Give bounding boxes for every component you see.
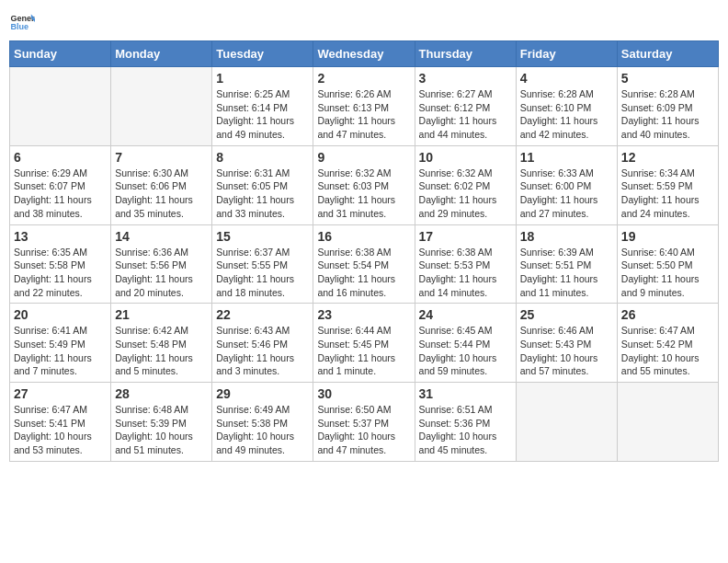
logo: General Blue <box>9 9 39 35</box>
logo-icon: General Blue <box>9 9 35 35</box>
calendar-cell: 29Sunrise: 6:49 AMSunset: 5:38 PMDayligh… <box>212 383 313 462</box>
calendar-cell: 4Sunrise: 6:28 AMSunset: 6:10 PMDaylight… <box>516 67 617 146</box>
calendar-cell: 9Sunrise: 6:32 AMSunset: 6:03 PMDaylight… <box>313 145 415 224</box>
calendar-cell: 6Sunrise: 6:29 AMSunset: 6:07 PMDaylight… <box>10 145 111 224</box>
calendar-cell: 15Sunrise: 6:37 AMSunset: 5:55 PMDayligh… <box>212 224 313 304</box>
day-of-week-header: Thursday <box>415 41 516 67</box>
calendar-header-row: SundayMondayTuesdayWednesdayThursdayFrid… <box>10 41 719 67</box>
day-number: 9 <box>317 150 410 165</box>
day-number: 24 <box>419 307 512 322</box>
day-number: 6 <box>14 150 107 165</box>
day-number: 2 <box>317 71 410 86</box>
calendar-cell: 14Sunrise: 6:36 AMSunset: 5:56 PMDayligh… <box>111 224 212 304</box>
calendar-cell: 11Sunrise: 6:33 AMSunset: 6:00 PMDayligh… <box>516 145 617 224</box>
day-number: 16 <box>317 229 410 244</box>
day-info: Sunrise: 6:27 AMSunset: 6:12 PMDaylight:… <box>419 87 512 142</box>
day-number: 22 <box>216 307 309 322</box>
calendar-cell: 20Sunrise: 6:41 AMSunset: 5:49 PMDayligh… <box>10 304 111 383</box>
day-number: 17 <box>419 229 512 244</box>
day-info: Sunrise: 6:35 AMSunset: 5:58 PMDaylight:… <box>14 246 107 300</box>
calendar-cell: 1Sunrise: 6:25 AMSunset: 6:14 PMDaylight… <box>212 67 313 146</box>
day-info: Sunrise: 6:30 AMSunset: 6:06 PMDaylight:… <box>115 167 208 221</box>
day-of-week-header: Saturday <box>617 41 718 67</box>
day-of-week-header: Wednesday <box>313 41 415 67</box>
calendar-cell: 8Sunrise: 6:31 AMSunset: 6:05 PMDaylight… <box>212 145 313 224</box>
day-number: 4 <box>520 71 613 86</box>
day-info: Sunrise: 6:45 AMSunset: 5:44 PMDaylight:… <box>419 324 512 378</box>
calendar-cell: 12Sunrise: 6:34 AMSunset: 5:59 PMDayligh… <box>617 145 718 224</box>
day-of-week-header: Sunday <box>10 41 111 67</box>
day-info: Sunrise: 6:47 AMSunset: 5:41 PMDaylight:… <box>14 403 107 457</box>
day-number: 29 <box>216 386 309 401</box>
calendar-cell: 30Sunrise: 6:50 AMSunset: 5:37 PMDayligh… <box>313 383 415 462</box>
calendar-cell: 26Sunrise: 6:47 AMSunset: 5:42 PMDayligh… <box>617 304 718 383</box>
calendar-week-row: 27Sunrise: 6:47 AMSunset: 5:41 PMDayligh… <box>10 383 719 462</box>
day-info: Sunrise: 6:44 AMSunset: 5:45 PMDaylight:… <box>317 324 410 378</box>
day-of-week-header: Tuesday <box>212 41 313 67</box>
day-number: 23 <box>317 307 410 322</box>
day-number: 27 <box>14 386 107 401</box>
calendar-cell: 27Sunrise: 6:47 AMSunset: 5:41 PMDayligh… <box>10 383 111 462</box>
day-info: Sunrise: 6:46 AMSunset: 5:43 PMDaylight:… <box>520 324 613 378</box>
svg-text:Blue: Blue <box>10 22 28 31</box>
day-of-week-header: Friday <box>516 41 617 67</box>
calendar-week-row: 1Sunrise: 6:25 AMSunset: 6:14 PMDaylight… <box>10 67 719 146</box>
day-info: Sunrise: 6:32 AMSunset: 6:02 PMDaylight:… <box>419 167 512 221</box>
day-number: 31 <box>419 386 512 401</box>
calendar-cell: 19Sunrise: 6:40 AMSunset: 5:50 PMDayligh… <box>617 224 718 304</box>
day-info: Sunrise: 6:39 AMSunset: 5:51 PMDaylight:… <box>520 246 613 300</box>
day-info: Sunrise: 6:48 AMSunset: 5:39 PMDaylight:… <box>115 403 208 457</box>
day-number: 12 <box>621 150 714 165</box>
calendar-cell: 13Sunrise: 6:35 AMSunset: 5:58 PMDayligh… <box>10 224 111 304</box>
calendar-cell: 5Sunrise: 6:28 AMSunset: 6:09 PMDaylight… <box>617 67 718 146</box>
day-number: 19 <box>621 229 714 244</box>
calendar-week-row: 13Sunrise: 6:35 AMSunset: 5:58 PMDayligh… <box>10 224 719 304</box>
calendar-week-row: 20Sunrise: 6:41 AMSunset: 5:49 PMDayligh… <box>10 304 719 383</box>
calendar-cell: 22Sunrise: 6:43 AMSunset: 5:46 PMDayligh… <box>212 304 313 383</box>
calendar-cell: 3Sunrise: 6:27 AMSunset: 6:12 PMDaylight… <box>415 67 516 146</box>
calendar-cell: 25Sunrise: 6:46 AMSunset: 5:43 PMDayligh… <box>516 304 617 383</box>
day-number: 8 <box>216 150 309 165</box>
calendar-cell: 28Sunrise: 6:48 AMSunset: 5:39 PMDayligh… <box>111 383 212 462</box>
day-number: 1 <box>216 71 309 86</box>
calendar-cell: 16Sunrise: 6:38 AMSunset: 5:54 PMDayligh… <box>313 224 415 304</box>
calendar-cell: 17Sunrise: 6:38 AMSunset: 5:53 PMDayligh… <box>415 224 516 304</box>
day-info: Sunrise: 6:28 AMSunset: 6:10 PMDaylight:… <box>520 87 613 142</box>
day-number: 11 <box>520 150 613 165</box>
day-number: 7 <box>115 150 208 165</box>
calendar-cell: 7Sunrise: 6:30 AMSunset: 6:06 PMDaylight… <box>111 145 212 224</box>
day-number: 21 <box>115 307 208 322</box>
calendar-cell: 31Sunrise: 6:51 AMSunset: 5:36 PMDayligh… <box>415 383 516 462</box>
day-info: Sunrise: 6:47 AMSunset: 5:42 PMDaylight:… <box>621 324 714 378</box>
day-number: 30 <box>317 386 410 401</box>
day-info: Sunrise: 6:41 AMSunset: 5:49 PMDaylight:… <box>14 324 107 378</box>
day-info: Sunrise: 6:40 AMSunset: 5:50 PMDaylight:… <box>621 246 714 300</box>
calendar-cell: 2Sunrise: 6:26 AMSunset: 6:13 PMDaylight… <box>313 67 415 146</box>
day-info: Sunrise: 6:29 AMSunset: 6:07 PMDaylight:… <box>14 167 107 221</box>
day-info: Sunrise: 6:50 AMSunset: 5:37 PMDaylight:… <box>317 403 410 457</box>
calendar-cell: 10Sunrise: 6:32 AMSunset: 6:02 PMDayligh… <box>415 145 516 224</box>
day-info: Sunrise: 6:51 AMSunset: 5:36 PMDaylight:… <box>419 403 512 457</box>
day-info: Sunrise: 6:37 AMSunset: 5:55 PMDaylight:… <box>216 246 309 300</box>
calendar-cell: 23Sunrise: 6:44 AMSunset: 5:45 PMDayligh… <box>313 304 415 383</box>
day-number: 25 <box>520 307 613 322</box>
day-info: Sunrise: 6:34 AMSunset: 5:59 PMDaylight:… <box>621 167 714 221</box>
day-number: 13 <box>14 229 107 244</box>
calendar-cell: 21Sunrise: 6:42 AMSunset: 5:48 PMDayligh… <box>111 304 212 383</box>
day-info: Sunrise: 6:33 AMSunset: 6:00 PMDaylight:… <box>520 167 613 221</box>
calendar-table: SundayMondayTuesdayWednesdayThursdayFrid… <box>9 40 719 462</box>
day-number: 15 <box>216 229 309 244</box>
day-info: Sunrise: 6:43 AMSunset: 5:46 PMDaylight:… <box>216 324 309 378</box>
calendar-cell <box>617 383 718 462</box>
day-number: 10 <box>419 150 512 165</box>
calendar-cell <box>111 67 212 146</box>
day-info: Sunrise: 6:36 AMSunset: 5:56 PMDaylight:… <box>115 246 208 300</box>
day-info: Sunrise: 6:49 AMSunset: 5:38 PMDaylight:… <box>216 403 309 457</box>
day-number: 26 <box>621 307 714 322</box>
day-number: 18 <box>520 229 613 244</box>
day-info: Sunrise: 6:38 AMSunset: 5:54 PMDaylight:… <box>317 246 410 300</box>
day-number: 5 <box>621 71 714 86</box>
calendar-cell: 18Sunrise: 6:39 AMSunset: 5:51 PMDayligh… <box>516 224 617 304</box>
day-number: 28 <box>115 386 208 401</box>
day-number: 14 <box>115 229 208 244</box>
